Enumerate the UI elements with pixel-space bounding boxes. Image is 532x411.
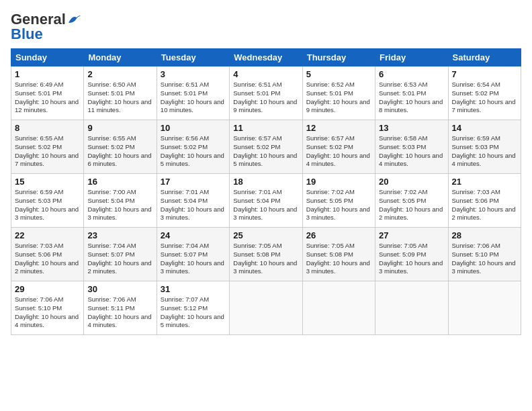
- logo: General Blue: [11, 11, 82, 43]
- calendar-cell: 11Sunrise: 6:57 AMSunset: 5:02 PMDayligh…: [230, 120, 302, 174]
- cell-info: Sunrise: 7:05 AMSunset: 5:09 PMDaylight:…: [379, 242, 444, 276]
- calendar-cell: 9Sunrise: 6:55 AMSunset: 5:02 PMDaylight…: [84, 120, 157, 174]
- calendar-week-row: 22Sunrise: 7:03 AMSunset: 5:06 PMDayligh…: [11, 228, 521, 281]
- cell-info: Sunrise: 6:50 AMSunset: 5:01 PMDaylight:…: [87, 81, 152, 115]
- day-number: 11: [233, 123, 298, 133]
- day-number: 2: [87, 69, 152, 79]
- calendar-week-row: 1Sunrise: 6:49 AMSunset: 5:01 PMDaylight…: [11, 66, 521, 120]
- day-number: 1: [15, 69, 80, 79]
- cell-info: Sunrise: 6:54 AMSunset: 5:02 PMDaylight:…: [452, 81, 517, 115]
- calendar-cell: 2Sunrise: 6:50 AMSunset: 5:01 PMDaylight…: [84, 66, 157, 120]
- cell-info: Sunrise: 6:55 AMSunset: 5:02 PMDaylight:…: [15, 134, 80, 169]
- day-number: 30: [87, 284, 152, 294]
- day-number: 5: [306, 69, 371, 79]
- cell-info: Sunrise: 7:05 AMSunset: 5:08 PMDaylight:…: [233, 242, 298, 276]
- day-number: 12: [306, 123, 371, 133]
- day-number: 6: [379, 69, 444, 79]
- calendar-cell: 13Sunrise: 6:58 AMSunset: 5:03 PMDayligh…: [375, 120, 448, 174]
- calendar-cell: 18Sunrise: 7:01 AMSunset: 5:04 PMDayligh…: [230, 174, 302, 228]
- cell-info: Sunrise: 6:51 AMSunset: 5:01 PMDaylight:…: [161, 81, 226, 115]
- day-number: 24: [161, 230, 226, 240]
- cell-info: Sunrise: 7:00 AMSunset: 5:04 PMDaylight:…: [87, 188, 152, 222]
- calendar-table: SundayMondayTuesdayWednesdayThursdayFrid…: [11, 48, 521, 335]
- day-number: 3: [161, 69, 226, 79]
- day-number: 18: [233, 177, 298, 187]
- calendar-cell: 27Sunrise: 7:05 AMSunset: 5:09 PMDayligh…: [375, 228, 448, 281]
- cell-info: Sunrise: 6:58 AMSunset: 5:03 PMDaylight:…: [379, 134, 444, 169]
- cell-info: Sunrise: 6:49 AMSunset: 5:01 PMDaylight:…: [15, 81, 80, 115]
- calendar-header-row: SundayMondayTuesdayWednesdayThursdayFrid…: [11, 49, 521, 66]
- calendar-cell: 30Sunrise: 7:06 AMSunset: 5:11 PMDayligh…: [84, 281, 157, 335]
- day-number: 9: [87, 123, 152, 133]
- calendar-day-header: Tuesday: [157, 49, 229, 66]
- calendar-cell: 10Sunrise: 6:56 AMSunset: 5:02 PMDayligh…: [157, 120, 229, 174]
- day-number: 10: [161, 123, 226, 133]
- day-number: 14: [452, 123, 517, 133]
- calendar-day-header: Thursday: [302, 49, 375, 66]
- cell-info: Sunrise: 6:51 AMSunset: 5:01 PMDaylight:…: [233, 81, 298, 115]
- calendar-cell: [375, 281, 448, 335]
- cell-info: Sunrise: 7:06 AMSunset: 5:11 PMDaylight:…: [87, 295, 152, 330]
- cell-info: Sunrise: 7:06 AMSunset: 5:10 PMDaylight:…: [452, 242, 517, 276]
- calendar-cell: 24Sunrise: 7:04 AMSunset: 5:07 PMDayligh…: [157, 228, 229, 281]
- calendar-cell: 8Sunrise: 6:55 AMSunset: 5:02 PMDaylight…: [11, 120, 84, 174]
- cell-info: Sunrise: 7:01 AMSunset: 5:04 PMDaylight:…: [233, 188, 298, 222]
- day-number: 16: [87, 177, 152, 187]
- day-number: 21: [452, 177, 517, 187]
- calendar-day-header: Sunday: [11, 49, 84, 66]
- calendar-cell: 12Sunrise: 6:57 AMSunset: 5:02 PMDayligh…: [302, 120, 375, 174]
- day-number: 13: [379, 123, 444, 133]
- calendar-cell: 4Sunrise: 6:51 AMSunset: 5:01 PMDaylight…: [230, 66, 302, 120]
- calendar-cell: 26Sunrise: 7:05 AMSunset: 5:08 PMDayligh…: [302, 228, 375, 281]
- calendar-day-header: Monday: [84, 49, 157, 66]
- cell-info: Sunrise: 7:05 AMSunset: 5:08 PMDaylight:…: [306, 242, 371, 276]
- cell-info: Sunrise: 6:59 AMSunset: 5:03 PMDaylight:…: [15, 188, 80, 222]
- day-number: 8: [15, 123, 80, 133]
- cell-info: Sunrise: 7:03 AMSunset: 5:06 PMDaylight:…: [15, 242, 80, 276]
- calendar-cell: 21Sunrise: 7:03 AMSunset: 5:06 PMDayligh…: [448, 174, 521, 228]
- calendar-cell: 5Sunrise: 6:52 AMSunset: 5:01 PMDaylight…: [302, 66, 375, 120]
- day-number: 15: [15, 177, 80, 187]
- day-number: 7: [452, 69, 517, 79]
- calendar-cell: 20Sunrise: 7:02 AMSunset: 5:05 PMDayligh…: [375, 174, 448, 228]
- cell-info: Sunrise: 7:02 AMSunset: 5:05 PMDaylight:…: [379, 188, 444, 222]
- day-number: 23: [87, 230, 152, 240]
- calendar-cell: 28Sunrise: 7:06 AMSunset: 5:10 PMDayligh…: [448, 228, 521, 281]
- calendar-cell: 29Sunrise: 7:06 AMSunset: 5:10 PMDayligh…: [11, 281, 84, 335]
- calendar-cell: 17Sunrise: 7:01 AMSunset: 5:04 PMDayligh…: [157, 174, 229, 228]
- day-number: 22: [15, 230, 80, 240]
- day-number: 28: [452, 230, 517, 240]
- cell-info: Sunrise: 6:57 AMSunset: 5:02 PMDaylight:…: [233, 134, 298, 169]
- day-number: 25: [233, 230, 298, 240]
- cell-info: Sunrise: 7:06 AMSunset: 5:10 PMDaylight:…: [15, 295, 80, 330]
- cell-info: Sunrise: 6:56 AMSunset: 5:02 PMDaylight:…: [161, 134, 226, 169]
- day-number: 20: [379, 177, 444, 187]
- cell-info: Sunrise: 6:57 AMSunset: 5:02 PMDaylight:…: [306, 134, 371, 169]
- calendar-day-header: Friday: [375, 49, 448, 66]
- cell-info: Sunrise: 6:55 AMSunset: 5:02 PMDaylight:…: [87, 134, 152, 169]
- calendar-cell: [302, 281, 375, 335]
- calendar-cell: 25Sunrise: 7:05 AMSunset: 5:08 PMDayligh…: [230, 228, 302, 281]
- calendar-cell: 3Sunrise: 6:51 AMSunset: 5:01 PMDaylight…: [157, 66, 229, 120]
- calendar-week-row: 29Sunrise: 7:06 AMSunset: 5:10 PMDayligh…: [11, 281, 521, 335]
- cell-info: Sunrise: 6:52 AMSunset: 5:01 PMDaylight:…: [306, 81, 371, 115]
- cell-info: Sunrise: 6:53 AMSunset: 5:01 PMDaylight:…: [379, 81, 444, 115]
- calendar-cell: 16Sunrise: 7:00 AMSunset: 5:04 PMDayligh…: [84, 174, 157, 228]
- day-number: 4: [233, 69, 298, 79]
- calendar-cell: 1Sunrise: 6:49 AMSunset: 5:01 PMDaylight…: [11, 66, 84, 120]
- calendar-cell: 23Sunrise: 7:04 AMSunset: 5:07 PMDayligh…: [84, 228, 157, 281]
- logo-bird-icon: [67, 13, 82, 26]
- calendar-cell: 7Sunrise: 6:54 AMSunset: 5:02 PMDaylight…: [448, 66, 521, 120]
- page-header: General Blue: [11, 11, 521, 43]
- calendar-cell: [448, 281, 521, 335]
- day-number: 29: [15, 284, 80, 294]
- calendar-day-header: Wednesday: [230, 49, 302, 66]
- cell-info: Sunrise: 6:59 AMSunset: 5:03 PMDaylight:…: [452, 134, 517, 169]
- day-number: 26: [306, 230, 371, 240]
- calendar-cell: [230, 281, 302, 335]
- day-number: 19: [306, 177, 371, 187]
- day-number: 31: [161, 284, 226, 294]
- calendar-week-row: 8Sunrise: 6:55 AMSunset: 5:02 PMDaylight…: [11, 120, 521, 174]
- calendar-day-header: Saturday: [448, 49, 521, 66]
- calendar-cell: 15Sunrise: 6:59 AMSunset: 5:03 PMDayligh…: [11, 174, 84, 228]
